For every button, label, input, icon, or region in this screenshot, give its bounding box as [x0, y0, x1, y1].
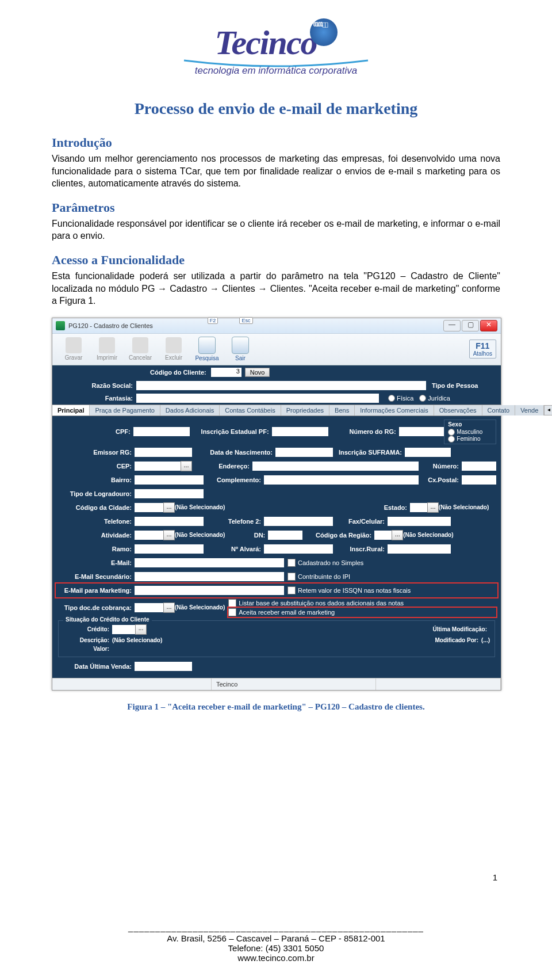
num-rg-field[interactable] — [399, 427, 444, 436]
cancel-icon — [132, 337, 148, 353]
radio-juridica[interactable]: Jurídica — [419, 395, 450, 402]
estado-lookup-button[interactable]: ... — [427, 502, 439, 513]
pesquisa-button[interactable]: Pesquisa F2 — [190, 337, 224, 361]
tab-scroll[interactable]: ◂▸ — [544, 405, 552, 415]
codigo-cliente-row: Código do Cliente: 3 Novo — [52, 365, 501, 379]
cod-cidade-label: Código da Cidade: — [57, 504, 135, 511]
credito-groupbox: Situação do Crédito do Cliente Crédito: … — [58, 620, 495, 657]
credito-field[interactable] — [112, 625, 135, 634]
tipo-doc-field[interactable] — [135, 603, 163, 612]
checkbox-icon — [228, 599, 236, 607]
estado-hint: (Não Selecionado) — [439, 504, 496, 510]
bairro-field[interactable] — [135, 475, 204, 485]
tab-vende[interactable]: Vende — [515, 405, 544, 415]
atalhos-button[interactable]: F11 Atalhos — [469, 340, 496, 359]
cancelar-button[interactable]: Cancelar — [124, 337, 157, 361]
sexo-group: Sexo Masculino Feminino — [444, 420, 496, 444]
close-button[interactable]: ✕ — [480, 320, 497, 331]
tab-info[interactable]: Informações Comerciais — [355, 405, 434, 415]
email-sec-field[interactable] — [135, 572, 284, 581]
endereco-field[interactable] — [252, 462, 419, 471]
numero-field[interactable] — [462, 462, 496, 471]
radio-icon — [388, 395, 395, 402]
numero-label: Número: — [419, 463, 462, 470]
novo-button[interactable]: Novo — [245, 368, 270, 377]
telefone2-field[interactable] — [264, 517, 333, 526]
logo-tagline: tecnologia em informática corporativa — [178, 65, 374, 77]
emissor-rg-field[interactable] — [135, 448, 192, 457]
maximize-button[interactable]: ▢ — [462, 320, 479, 331]
data-nasc-field[interactable] — [275, 448, 333, 457]
email-field[interactable] — [135, 558, 284, 567]
tab-prop[interactable]: Propriedades — [281, 405, 329, 415]
cxpostal-field[interactable] — [462, 475, 496, 485]
minimize-button[interactable]: — — [443, 320, 461, 331]
credito-lookup-button[interactable]: ... — [135, 624, 147, 635]
checkbox-icon — [288, 573, 296, 581]
imprimir-button[interactable]: Imprimir — [90, 337, 124, 361]
atividade-field[interactable] — [135, 531, 163, 540]
status-company: Tecinco — [212, 678, 376, 690]
tab-praca[interactable]: Praça de Pagamento — [90, 405, 160, 415]
sair-button[interactable]: Sair Esc — [224, 337, 257, 361]
tab-principal[interactable]: Principal — [52, 405, 90, 415]
cod-cidade-field[interactable] — [135, 503, 163, 512]
descricao-value: (Não Selecionado) — [112, 637, 162, 643]
email-label: E-Mail: — [57, 559, 135, 566]
fax-field[interactable] — [388, 517, 451, 526]
tab-contas[interactable]: Contas Contábeis — [220, 405, 281, 415]
inscr-rural-label: Inscr.Rural: — [333, 546, 388, 552]
regiao-hint: (Não Selecionado) — [403, 532, 461, 538]
check-aceita-email[interactable]: Aceita receber email de marketing — [228, 608, 496, 617]
tipo-doc-hint: (Não Selecionado) — [175, 604, 225, 611]
tipo-log-field[interactable] — [135, 489, 204, 498]
fantasia-field[interactable] — [136, 394, 379, 403]
checkbox-icon — [288, 559, 296, 567]
regiao-lookup-button[interactable]: ... — [392, 530, 403, 540]
complemento-field[interactable] — [264, 475, 419, 485]
tab-obs[interactable]: Observações — [434, 405, 482, 415]
section-intro-body: Visando um melhor gerenciamento nos proc… — [52, 152, 500, 190]
razao-field[interactable] — [136, 381, 426, 390]
cod-regiao-label: Código da Região: — [302, 532, 374, 539]
check-contrib-ipi[interactable]: Contribuinte do IPI — [288, 572, 496, 581]
insc-pf-field[interactable] — [272, 427, 328, 436]
atividade-label: Atividade: — [57, 532, 135, 539]
cidade-lookup-button[interactable]: ... — [163, 502, 175, 513]
section-param-body: Funcionalidade responsável por identific… — [52, 218, 500, 242]
bairro-label: Bairro: — [57, 476, 135, 483]
footer-divider: ________________________________________… — [0, 922, 552, 932]
cep-lookup-button[interactable]: ... — [181, 461, 192, 471]
footer-website: www.tecinco.com.br — [0, 953, 552, 963]
section-intro-heading: Introdução — [52, 135, 500, 150]
email-mkt-field[interactable] — [135, 586, 284, 595]
check-listar-base[interactable]: Listar base de substituição nos dados ad… — [228, 598, 496, 608]
cpf-field[interactable] — [133, 427, 190, 436]
gravar-button[interactable]: Gravar — [57, 337, 90, 361]
globe-icon — [310, 18, 338, 46]
document-page: Tecinco tecnologia em informática corpor… — [0, 0, 552, 980]
insc-suframa-field[interactable] — [405, 448, 451, 457]
ramo-field[interactable] — [135, 544, 204, 554]
cod-regiao-field[interactable] — [374, 531, 392, 540]
estado-field[interactable] — [410, 503, 427, 512]
excluir-button[interactable]: Excluir — [157, 337, 190, 361]
tab-contato[interactable]: Contato — [482, 405, 516, 415]
check-retem-issqn[interactable]: Retem valor de ISSQN nas notas fiscais — [288, 586, 493, 595]
atividade-lookup-button[interactable]: ... — [163, 530, 175, 540]
tab-bens[interactable]: Bens — [329, 405, 355, 415]
radio-feminino[interactable]: Feminino — [448, 436, 492, 443]
alvara-field[interactable] — [264, 544, 333, 554]
telefone-field[interactable] — [135, 517, 204, 526]
dn-field[interactable] — [268, 531, 302, 540]
radio-masculino[interactable]: Masculino — [448, 429, 492, 436]
check-cad-simples[interactable]: Cadastrado no Simples — [288, 558, 496, 567]
tab-dados[interactable]: Dados Adicionais — [160, 405, 220, 415]
ultima-venda-field[interactable] — [135, 662, 192, 671]
valor-label: Valor: — [63, 646, 112, 652]
cep-field[interactable] — [135, 462, 181, 471]
radio-fisica[interactable]: Física — [388, 395, 413, 402]
inscr-rural-field[interactable] — [388, 544, 451, 554]
codigo-field[interactable]: 3 — [211, 368, 241, 377]
tipo-doc-lookup-button[interactable]: ... — [163, 603, 175, 613]
